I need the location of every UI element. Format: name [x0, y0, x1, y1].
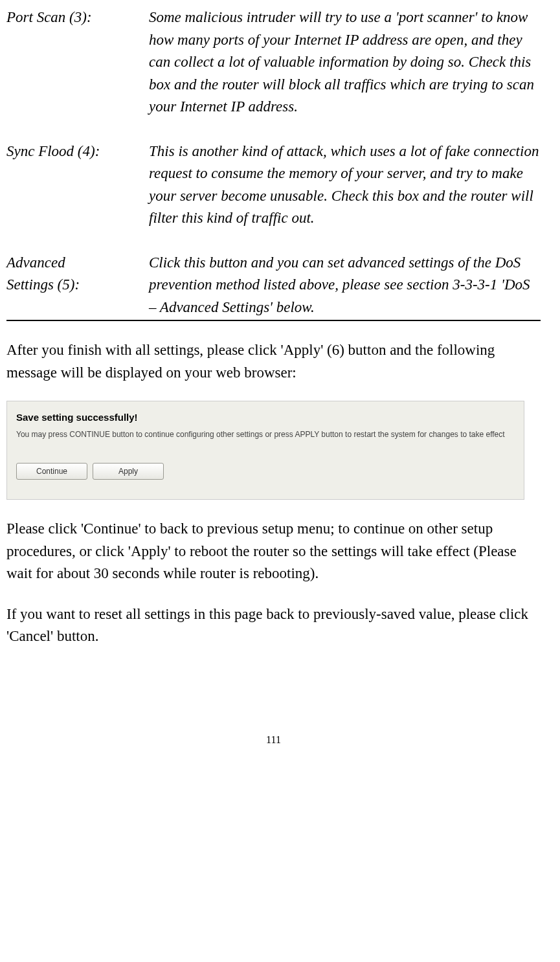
para-continue-instruction: Please click 'Continue' to back to previ…	[6, 518, 541, 585]
def-label-advanced-l1: Advanced	[6, 254, 65, 271]
def-row-portscan: Port Scan (3): Some malicious intruder w…	[6, 6, 541, 118]
section-divider	[6, 320, 541, 321]
def-desc-advanced: Click this button and you can set advanc…	[149, 252, 541, 319]
page-number: 111	[6, 732, 541, 748]
para-cancel-instruction: If you want to reset all settings in thi…	[6, 603, 541, 648]
dialog-buttons: Continue Apply	[16, 463, 515, 480]
para-apply-instruction: After you finish with all settings, plea…	[6, 339, 541, 384]
def-desc-syncflood: This is another kind of attack, which us…	[149, 140, 541, 230]
apply-button[interactable]: Apply	[93, 463, 164, 480]
def-row-syncflood: Sync Flood (4): This is another kind of …	[6, 140, 541, 230]
def-label-advanced: Advanced Settings (5):	[6, 252, 149, 319]
continue-button[interactable]: Continue	[16, 463, 87, 480]
save-dialog: Save setting successfully! You may press…	[6, 401, 524, 500]
def-label-syncflood: Sync Flood (4):	[6, 140, 149, 230]
def-label-portscan: Port Scan (3):	[6, 6, 149, 118]
def-label-advanced-l2: Settings (5):	[6, 276, 80, 293]
def-row-advanced: Advanced Settings (5): Click this button…	[6, 252, 541, 319]
dialog-message: You may press CONTINUE button to continu…	[16, 429, 515, 440]
def-desc-portscan: Some malicious intruder will try to use …	[149, 6, 541, 118]
dialog-title: Save setting successfully!	[16, 410, 515, 425]
definitions-table: Port Scan (3): Some malicious intruder w…	[6, 6, 541, 319]
